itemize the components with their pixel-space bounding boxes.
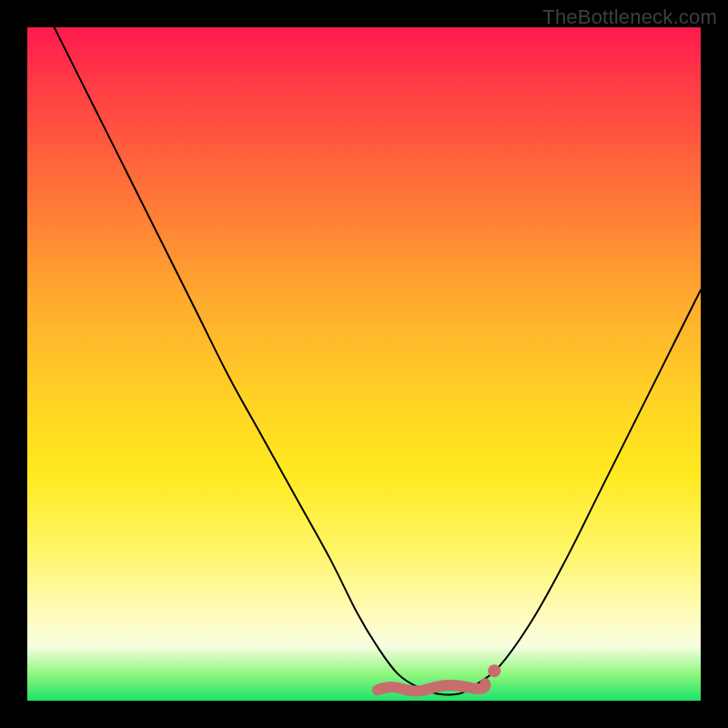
- watermark-text: TheBottleneck.com: [542, 5, 717, 29]
- flat-region-end-dot: [488, 664, 500, 677]
- flat-region-marker: [378, 683, 486, 691]
- bottleneck-curve: [55, 27, 701, 695]
- curve-layer: [27, 27, 701, 701]
- chart-frame: TheBottleneck.com: [0, 0, 728, 728]
- plot-area: [27, 27, 701, 701]
